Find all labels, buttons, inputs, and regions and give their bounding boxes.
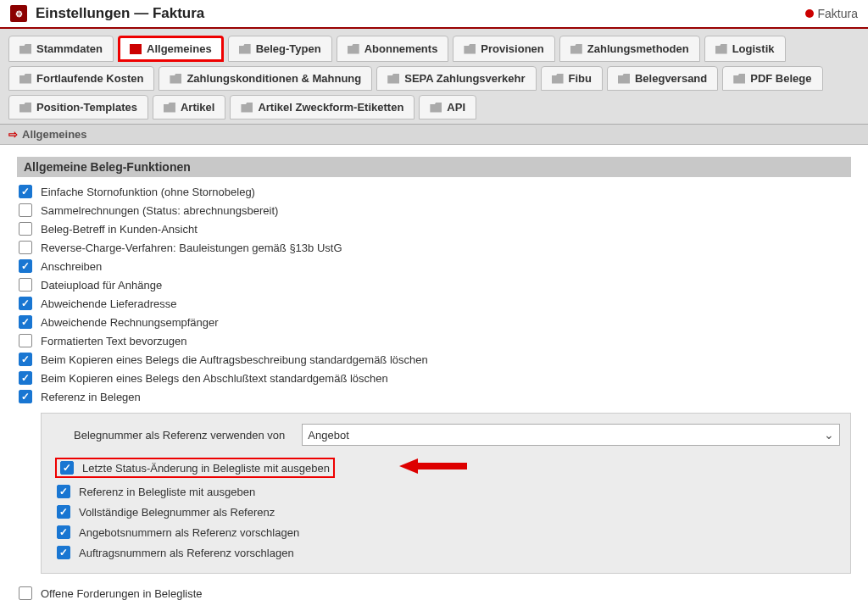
checkbox[interactable] (19, 315, 32, 329)
checkbox[interactable] (19, 259, 32, 273)
brand-dot-icon (805, 9, 814, 18)
tab-provisionen[interactable]: Provisionen (453, 36, 554, 62)
tab-label: Abonnements (364, 42, 438, 55)
tab-icon (552, 74, 564, 84)
tab-label: Provisionen (481, 42, 543, 55)
checkbox-label: Letzte Status-Änderung in Belegliste mit… (82, 462, 330, 475)
tab-icon (464, 44, 476, 54)
tab-label: Zahlungskonditionen & Mahnung (186, 72, 361, 85)
checkbox[interactable] (19, 222, 32, 236)
tab-icon (130, 44, 142, 54)
checkbox-label: Referenz in Belegliste mit ausgeben (79, 486, 255, 498)
tab-icon (387, 74, 399, 84)
checkbox-label: Auftragsnummern als Referenz vorschlagen (79, 547, 294, 559)
checkbox[interactable] (19, 185, 32, 198)
tab-fibu[interactable]: Fibu (541, 66, 603, 91)
tab-label: Fortlaufende Kosten (36, 72, 143, 85)
tab-stammdaten[interactable]: Stammdaten (8, 36, 114, 62)
tab-abonnements[interactable]: Abonnements (337, 36, 449, 62)
checkbox[interactable] (19, 297, 32, 310)
checkbox[interactable] (19, 353, 32, 366)
referenz-settings-panel: Belegnummer als Referenz verwenden von A… (41, 413, 851, 574)
tab-icon (241, 103, 253, 113)
tab-belegversand[interactable]: Belegversand (607, 66, 718, 91)
checkbox-label: Vollständige Belegnummer als Referenz (79, 506, 275, 519)
checkbox[interactable] (57, 485, 70, 498)
checkbox-offene-forderungen[interactable] (19, 586, 32, 600)
tab-icon (430, 103, 442, 113)
tab-icon (19, 74, 31, 84)
checkbox-label: Beim Kopieren eines Belegs die Auftragsb… (41, 353, 428, 366)
tab-icon (715, 44, 727, 54)
tab-beleg-typen[interactable]: Beleg-Typen (228, 36, 332, 62)
checkbox[interactable] (60, 461, 74, 475)
tab-api[interactable]: API (419, 95, 476, 119)
checkbox-label: Anschreiben (41, 260, 102, 273)
tab-label: Zahlungsmethoden (587, 42, 689, 55)
subheader-icon: ⇨ (8, 128, 18, 141)
tab-icon (570, 44, 582, 54)
section-title: Allgemeine Beleg-Funktionen (17, 157, 851, 177)
checkbox[interactable] (19, 278, 32, 292)
checkbox[interactable] (19, 371, 32, 385)
checkbox-label: Reverse-Charge-Verfahren: Bauleistungen … (41, 242, 342, 254)
tab-label: Artikel (181, 101, 214, 114)
app-icon: ⚙ (10, 5, 27, 22)
checkbox-label: Abweichende Lieferadresse (41, 297, 176, 310)
checkbox[interactable] (57, 525, 70, 539)
tab-sepa-zahlungsverkehr[interactable]: SEPA Zahlungsverkehr (376, 66, 536, 91)
tabs-container: StammdatenAllgemeinesBeleg-TypenAbonneme… (0, 29, 868, 125)
checkbox[interactable] (19, 241, 32, 254)
checkbox-label: Einfache Stornofunktion (ohne Stornobele… (41, 186, 255, 198)
tab-label: Artikel Zweckform-Etiketten (258, 101, 403, 114)
checkbox[interactable] (57, 546, 70, 559)
tab-label: Logistik (732, 42, 775, 55)
tab-icon (239, 44, 251, 54)
tab-zahlungsmethoden[interactable]: Zahlungsmethoden (559, 36, 700, 62)
checkbox-label: Dateiupload für Anhänge (41, 279, 162, 292)
tab-icon (164, 103, 175, 113)
tab-fortlaufende-kosten[interactable]: Fortlaufende Kosten (8, 66, 154, 91)
checkbox-label: Angebotsnummern als Referenz vorschlagen (79, 526, 299, 539)
tab-label: Position-Templates (36, 101, 137, 114)
checkbox-label: Beleg-Betreff in Kunden-Ansicht (41, 223, 198, 236)
tab-label: SEPA Zahlungsverkehr (404, 72, 525, 85)
tab-label: Allgemeines (147, 42, 212, 55)
checkbox-label: Beim Kopieren eines Belegs den Abschlußt… (41, 372, 388, 385)
svg-marker-0 (399, 458, 467, 474)
highlighted-option: Letzte Status-Änderung in Belegliste mit… (55, 458, 335, 478)
tab-position-templates[interactable]: Position-Templates (8, 95, 148, 119)
tab-label: Beleg-Typen (256, 42, 321, 55)
subheader-label: Allgemeines (22, 128, 87, 141)
tab-icon (19, 103, 31, 113)
checkbox-label: Abweichende Rechnungsempfänger (41, 316, 219, 329)
tab-allgemeines[interactable]: Allgemeines (118, 36, 224, 62)
tab-pdf-belege[interactable]: PDF Belege (722, 66, 822, 91)
reference-select-label: Belegnummer als Referenz verwenden von (74, 429, 285, 442)
tab-label: Fibu (569, 72, 592, 85)
checkbox[interactable] (19, 334, 32, 347)
subheader: ⇨ Allgemeines (0, 125, 868, 145)
checkbox-label: Referenz in Belegen (41, 391, 141, 403)
tab-icon (618, 74, 630, 84)
tab-artikel-zweckform-etiketten[interactable]: Artikel Zweckform-Etiketten (230, 95, 415, 119)
tab-artikel[interactable]: Artikel (153, 95, 225, 119)
checkbox[interactable] (19, 203, 32, 217)
checkbox-label: Sammelrechnungen (Status: abrechnungsber… (41, 204, 278, 217)
tab-icon (733, 74, 745, 84)
tab-label: PDF Belege (750, 72, 811, 85)
checkbox[interactable] (19, 390, 32, 403)
tab-zahlungskonditionen-mahnung[interactable]: Zahlungskonditionen & Mahnung (159, 66, 372, 91)
tab-label: Stammdaten (36, 42, 103, 55)
checkbox-label: Offene Forderungen in Belegliste (41, 587, 203, 600)
tab-logistik[interactable]: Logistik (704, 36, 786, 62)
app-header: ⚙ Einstellungen — Faktura Faktura (0, 0, 868, 29)
callout-arrow-icon (399, 457, 467, 478)
reference-select[interactable]: Angebot (302, 424, 840, 446)
checkbox[interactable] (57, 505, 70, 519)
tab-icon (348, 44, 359, 54)
tab-icon (19, 44, 31, 54)
brand-label: Faktura (818, 7, 858, 20)
tab-label: API (447, 101, 465, 114)
tab-icon (170, 74, 181, 84)
